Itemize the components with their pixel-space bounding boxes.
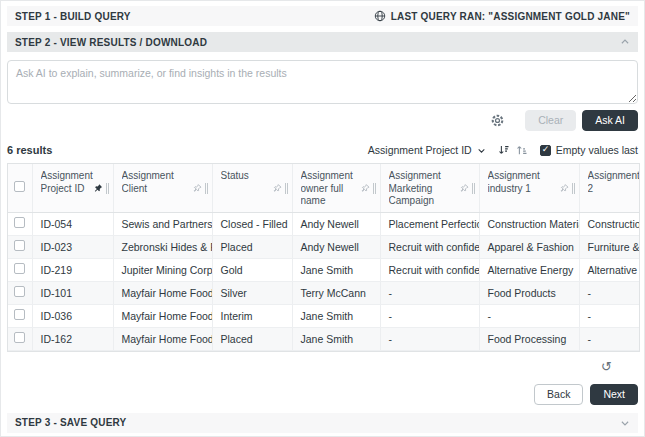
column-resize-handle[interactable] — [372, 183, 377, 194]
select-all-checkbox[interactable] — [14, 181, 25, 192]
column-label: Assignment Project ID — [41, 169, 94, 208]
table-cell: - — [579, 327, 640, 350]
row-checkbox[interactable] — [14, 217, 25, 228]
column-label: Assignment Marketing Campaign — [389, 169, 460, 208]
table-row[interactable]: ID-162Mayfair Home Foods ...PlacedJane S… — [8, 327, 640, 350]
ai-actions-row: Clear Ask AI — [7, 110, 638, 131]
sort-ascending-icon[interactable] — [516, 144, 528, 156]
sort-field-value: Assignment Project ID — [368, 144, 472, 156]
table-cell: Silver — [212, 281, 292, 304]
empty-values-checkbox[interactable] — [540, 145, 551, 156]
table-cell: - — [579, 281, 640, 304]
column-resize-handle[interactable] — [571, 183, 576, 194]
sort-descending-icon[interactable] — [498, 144, 510, 156]
step3-title: STEP 3 - SAVE QUERY — [15, 417, 126, 428]
ask-ai-input[interactable] — [7, 60, 638, 104]
chevron-down-icon — [477, 146, 486, 155]
table-cell: Andy Newell — [292, 235, 380, 258]
table-cell: - — [380, 327, 479, 350]
table-cell: Sewis and Partners — [113, 212, 212, 235]
column-header-status[interactable]: Status — [212, 164, 292, 212]
row-checkbox[interactable] — [14, 263, 25, 274]
table-cell: Apparel & Fashion — [479, 235, 579, 258]
table-row[interactable]: ID-219Jupiter Mining CorpGoldJane SmithR… — [8, 258, 640, 281]
table-cell: Food Products — [479, 281, 579, 304]
row-checkbox[interactable] — [14, 332, 25, 343]
table-cell: Furniture & Ho — [579, 235, 640, 258]
empty-values-toggle[interactable]: Empty values last — [540, 144, 638, 156]
table-cell: - — [380, 304, 479, 327]
last-query-label: LAST QUERY RAN: "ASSIGNMENT GOLD JANE" — [391, 11, 630, 22]
column-header-assignment-owner-full-name[interactable]: Assignment owner full name — [292, 164, 380, 212]
ask-ai-button[interactable]: Ask AI — [582, 110, 638, 131]
results-count: 6 results — [7, 144, 52, 156]
table-cell: Mayfair Home Foods ... — [113, 327, 212, 350]
table-row[interactable]: ID-036Mayfair Home Foods ...InterimJane … — [8, 304, 640, 327]
table-cell: Terry McCann — [292, 281, 380, 304]
column-header-assignment-client[interactable]: Assignment Client — [113, 164, 212, 212]
refresh-row: ↺ — [7, 360, 638, 374]
chevron-up-icon[interactable] — [620, 37, 630, 47]
table-cell: ID-101 — [32, 281, 113, 304]
table-cell: Construction Materials — [479, 212, 579, 235]
table-cell: Alternative Energy — [479, 258, 579, 281]
sort-field-select[interactable]: Assignment Project ID — [368, 144, 486, 156]
table-cell: ID-162 — [32, 327, 113, 350]
back-button[interactable]: Back — [534, 384, 583, 405]
column-label: Assignment Client — [122, 169, 193, 208]
refresh-icon[interactable]: ↺ — [601, 360, 612, 374]
pin-icon[interactable] — [273, 183, 282, 193]
table-header-row: Assignment Project IDAssignment ClientSt… — [8, 164, 640, 212]
table-cell: Construction S — [579, 212, 640, 235]
column-resize-handle[interactable] — [284, 183, 289, 194]
table-cell: Recruit with confidence — [380, 235, 479, 258]
table-cell: - — [380, 281, 479, 304]
results-table: Assignment Project IDAssignment ClientSt… — [7, 163, 640, 352]
table-cell: ID-054 — [32, 212, 113, 235]
column-header-assignment-industry-1[interactable]: Assignment industry 1 — [479, 164, 579, 212]
pin-icon[interactable] — [560, 183, 569, 193]
table-cell: Andy Newell — [292, 212, 380, 235]
column-resize-handle[interactable] — [105, 183, 110, 194]
column-resize-handle[interactable] — [204, 183, 209, 194]
column-header-assignment-marketing-campaign[interactable]: Assignment Marketing Campaign — [380, 164, 479, 212]
table-cell: ID-036 — [32, 304, 113, 327]
table-cell: Interim — [212, 304, 292, 327]
chevron-down-icon[interactable] — [620, 418, 630, 428]
column-header-assignment-industry-2[interactable]: Assignment industry 2 — [579, 164, 640, 212]
table-row[interactable]: ID-101Mayfair Home Foods ...SilverTerry … — [8, 281, 640, 304]
pin-icon[interactable] — [460, 183, 469, 193]
step2-header[interactable]: STEP 2 - VIEW RESULTS / DOWNLOAD — [7, 32, 638, 52]
table-cell: Recruit with confidence — [380, 258, 479, 281]
table-cell: Jupiter Mining Corp — [113, 258, 212, 281]
next-button[interactable]: Next — [590, 384, 638, 405]
table-cell: Mayfair Home Foods ... — [113, 304, 212, 327]
settings-button[interactable] — [490, 113, 505, 128]
globe-icon — [374, 10, 386, 22]
table-cell: Food Processing — [479, 327, 579, 350]
clear-button[interactable]: Clear — [525, 110, 576, 131]
table-row[interactable]: ID-054Sewis and PartnersClosed - FilledA… — [8, 212, 640, 235]
column-header-assignment-project-id[interactable]: Assignment Project ID — [32, 164, 113, 212]
row-checkbox[interactable] — [14, 309, 25, 320]
query-builder-page: STEP 1 - BUILD QUERY LAST QUERY RAN: "AS… — [0, 0, 645, 437]
table-cell: Zebronski Hides & Furs — [113, 235, 212, 258]
table-cell: Placed — [212, 235, 292, 258]
step1-header[interactable]: STEP 1 - BUILD QUERY LAST QUERY RAN: "AS… — [7, 6, 638, 26]
pin-icon[interactable] — [94, 183, 103, 193]
table-cell: Jane Smith — [292, 327, 380, 350]
table-cell: - — [479, 304, 579, 327]
step2-title: STEP 2 - VIEW RESULTS / DOWNLOAD — [15, 37, 207, 48]
table-cell: Alternative Fue — [579, 258, 640, 281]
row-checkbox[interactable] — [14, 286, 25, 297]
pin-icon[interactable] — [361, 183, 370, 193]
column-resize-handle[interactable] — [471, 183, 476, 194]
row-checkbox[interactable] — [14, 240, 25, 251]
table-row[interactable]: ID-023Zebronski Hides & FursPlacedAndy N… — [8, 235, 640, 258]
pin-icon[interactable] — [193, 183, 202, 193]
table-cell: Jane Smith — [292, 258, 380, 281]
empty-values-label: Empty values last — [556, 144, 638, 156]
step3-header[interactable]: STEP 3 - SAVE QUERY — [7, 413, 638, 433]
table-cell: Closed - Filled — [212, 212, 292, 235]
step1-title: STEP 1 - BUILD QUERY — [15, 11, 131, 22]
